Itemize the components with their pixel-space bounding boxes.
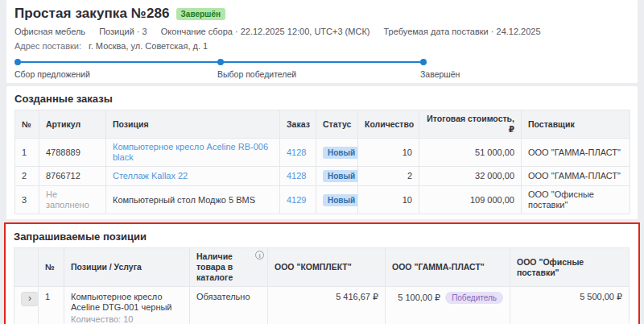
position-quantity: Количество: 10 xyxy=(71,314,183,324)
step-dot xyxy=(14,59,21,65)
address-value: г. Москва, ул. Советская, д. 1 xyxy=(89,41,208,51)
status-badge: Завершён xyxy=(176,8,225,20)
supplier-name: ООО "ГАММА-ПЛАСТ" xyxy=(522,167,630,186)
table-row: › 1 Компьютерное кресло Aceline DTG-001 … xyxy=(14,287,630,324)
order-link[interactable]: 4128 xyxy=(287,171,306,181)
position-text: Компьютерный стол Моджо 5 BMS xyxy=(106,186,280,214)
table-header-row: № Позиции / Услуга Наличие товара в ката… xyxy=(14,248,630,287)
order-link[interactable]: 4129 xyxy=(287,195,306,205)
purchase-header-card: Простая закупка №286 Завершён Офисная ме… xyxy=(6,0,638,83)
order-link[interactable]: 4128 xyxy=(287,147,306,157)
col-position: Позиция xyxy=(106,110,280,139)
order-status-badge: Новый xyxy=(323,147,358,159)
col-supplier: Поставщик xyxy=(522,110,630,139)
col-total: Итоговая стоимость, ₽ xyxy=(419,110,522,139)
price-gamma: 5 100,00 ₽Победитель xyxy=(386,287,510,324)
supplier-name: ООО "ГАММА-ПЛАСТ" xyxy=(522,139,630,167)
col-quantity: Количество xyxy=(358,110,419,139)
col-expand xyxy=(14,248,39,287)
col-supplier-ofis: ООО "Офисные поставки" xyxy=(510,248,630,287)
stepper-step-collection: Сбор предложений xyxy=(14,59,90,79)
table-row: 3 Не заполнено Компьютерный стол Моджо 5… xyxy=(15,186,630,214)
stepper-step-winners: Выбор победителей xyxy=(217,59,296,79)
supplier-name: ООО "Офисные поставки" xyxy=(522,186,630,214)
table-header-row: № Артикул Позиция Заказ Статус Количеств… xyxy=(15,110,630,139)
page-title: Простая закупка №286 xyxy=(14,6,170,22)
position-link[interactable]: Стеллаж Kallax 22 xyxy=(113,171,188,181)
col-num: № xyxy=(15,110,39,139)
address-label: Адрес поставки: xyxy=(14,41,81,51)
requested-positions-card: Запрашиваемые позиции № Позиции / Услуга… xyxy=(6,224,638,324)
purchase-meta: Офисная мебель Позиций · 3 Окончание сбо… xyxy=(14,27,630,37)
expand-row-button[interactable]: › xyxy=(21,292,39,306)
price-ofis: 5 500,00 ₽ xyxy=(510,287,630,324)
price-komplekt: 5 416,67 ₽ xyxy=(268,287,386,324)
col-supplier-komplekt: ООО "КОМПЛЕКТ" xyxy=(268,248,386,287)
requested-positions-table: № Позиции / Услуга Наличие товара в ката… xyxy=(14,247,630,324)
table-row: 2 8766712 Стеллаж Kallax 22 4128 Новый 2… xyxy=(15,167,630,186)
meta-collection-end: Окончание сбора · 22.12.2025 12:00, UTC+… xyxy=(161,27,370,36)
stepper: Сбор предложений Выбор победителей Завер… xyxy=(14,59,630,80)
col-availability: Наличие товара в каталоге i xyxy=(190,248,268,287)
stepper-step-completed: Завершён xyxy=(420,59,460,79)
col-num: № xyxy=(39,248,64,287)
availability-value: Обязательно xyxy=(190,287,268,324)
col-supplier-gamma: ООО "ГАММА-ПЛАСТ" xyxy=(386,248,510,287)
created-orders-table: № Артикул Позиция Заказ Статус Количеств… xyxy=(14,110,630,214)
table-row: 1 4788889 Компьютерное кресло Aceline RB… xyxy=(15,139,630,167)
col-position-service: Позиции / Услуга xyxy=(64,248,190,287)
meta-delivery-date: Требуемая дата поставки · 24.12.2025 xyxy=(384,27,541,36)
delivery-address: Адрес поставки: г. Москва, ул. Советская… xyxy=(14,41,630,52)
col-status: Статус xyxy=(316,110,358,139)
meta-positions-count: Позиций · 3 xyxy=(99,27,147,36)
meta-category: Офисная мебель xyxy=(14,27,85,36)
step-dot xyxy=(420,59,427,65)
highlight-annotation: Запрашиваемые позиции № Позиции / Услуга… xyxy=(4,222,640,324)
order-status-badge: Новый xyxy=(323,170,358,182)
col-order: Заказ xyxy=(280,110,316,139)
info-icon[interactable]: i xyxy=(255,251,264,260)
winner-badge: Победитель xyxy=(445,292,503,304)
col-article: Артикул xyxy=(39,110,106,139)
created-orders-card: Созданные заказы № Артикул Позиция Заказ… xyxy=(6,86,638,219)
position-link[interactable]: Компьютерное кресло Aceline RB-006 black xyxy=(113,142,268,162)
step-dot xyxy=(217,59,224,65)
created-orders-heading: Созданные заказы xyxy=(14,93,630,105)
order-status-badge: Новый xyxy=(323,194,358,206)
requested-positions-heading: Запрашиваемые позиции xyxy=(14,231,630,243)
position-name: Компьютерное кресло Aceline DTG-001 черн… xyxy=(71,292,183,313)
